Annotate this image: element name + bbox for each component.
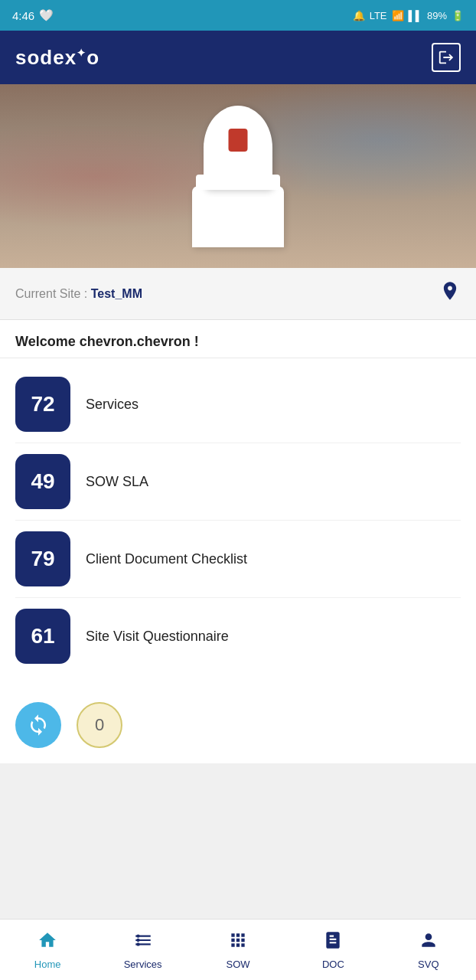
nav-services-label: Services [124, 959, 162, 970]
lte-indicator: LTE [370, 10, 387, 21]
current-site-label: Current Site [15, 287, 80, 300]
site-visit-badge: 61 [15, 609, 70, 664]
nav-svq-label: SVQ [418, 959, 439, 970]
services-menu-item[interactable]: 72 Services [15, 366, 461, 443]
site-visit-label: Site Visit Questionnaire [86, 629, 229, 645]
sow-sla-badge: 49 [15, 454, 70, 509]
svq-icon [419, 930, 439, 956]
nav-home-label: Home [34, 959, 61, 970]
chef-figure [192, 106, 284, 247]
nav-svq[interactable]: SVQ [381, 924, 476, 976]
wifi-icon: 📶 [392, 10, 404, 21]
client-doc-menu-item[interactable]: 79 Client Document Checklist [15, 521, 461, 598]
current-site-value: Test_MM [91, 287, 142, 300]
status-bar: 4:46 🤍 🔔 LTE 📶 ▌▌ 89% 🔋 [0, 0, 476, 31]
pending-count: 0 [95, 715, 104, 735]
pending-count-badge: 0 [77, 702, 122, 748]
sow-sla-count: 49 [31, 469, 54, 494]
status-right: 🔔 LTE 📶 ▌▌ 89% 🔋 [353, 10, 464, 21]
services-badge: 72 [15, 377, 70, 432]
refresh-button[interactable] [15, 702, 61, 748]
status-left: 4:46 🤍 [12, 8, 54, 22]
nav-home[interactable]: Home [0, 924, 95, 976]
services-count: 72 [31, 392, 54, 416]
current-site-separator: : [84, 287, 91, 300]
heart-icon: 🤍 [39, 8, 54, 22]
site-visit-menu-item[interactable]: 61 Site Visit Questionnaire [15, 598, 461, 675]
app-header: sodex✦o [0, 31, 476, 84]
sow-sla-label: SOW SLA [86, 474, 148, 490]
menu-section: 72 Services 49 SOW SLA 79 Client Documen… [0, 358, 476, 690]
services-label: Services [86, 397, 139, 413]
doc-icon [323, 930, 343, 956]
services-icon [133, 930, 153, 956]
battery-icon: 🔋 [452, 10, 464, 21]
chef-body [192, 186, 284, 247]
battery-level: 89% [427, 10, 447, 21]
sow-icon [228, 930, 248, 956]
svg-point-0 [136, 934, 139, 937]
bottom-navigation: Home Services SOW DOC [0, 919, 476, 980]
client-doc-label: Client Document Checklist [86, 551, 247, 567]
chef-hat [204, 106, 272, 190]
hero-chef-image [0, 84, 476, 268]
nav-sow[interactable]: SOW [191, 924, 285, 976]
svg-point-1 [136, 938, 139, 941]
sodexo-logo: sodex✦o [15, 46, 99, 70]
welcome-text: Welcome chevron.chevron ! [15, 334, 461, 350]
nav-doc-label: DOC [322, 959, 344, 970]
signal-bars: ▌▌ [409, 10, 422, 21]
current-site-text: Current Site : Test_MM [15, 287, 142, 301]
client-doc-count: 79 [31, 547, 54, 571]
nav-doc[interactable]: DOC [285, 924, 380, 976]
nav-sow-label: SOW [226, 959, 249, 970]
alarm-icon: 🔔 [353, 10, 365, 21]
sow-sla-menu-item[interactable]: 49 SOW SLA [15, 443, 461, 521]
main-scroll: Current Site : Test_MM Welcome chevron.c… [0, 84, 476, 919]
site-visit-count: 61 [31, 624, 54, 648]
svg-point-2 [136, 942, 139, 946]
current-site-bar: Current Site : Test_MM [0, 268, 476, 320]
chef-hat-accent [229, 129, 248, 152]
logout-button[interactable] [432, 43, 461, 72]
welcome-section: Welcome chevron.chevron ! [0, 320, 476, 358]
nav-services[interactable]: Services [95, 924, 190, 976]
refresh-row: 0 [0, 690, 476, 763]
home-icon [37, 930, 57, 956]
time-display: 4:46 [12, 9, 34, 22]
hero-banner [0, 84, 476, 268]
client-doc-badge: 79 [15, 531, 70, 586]
location-icon[interactable] [439, 280, 461, 307]
